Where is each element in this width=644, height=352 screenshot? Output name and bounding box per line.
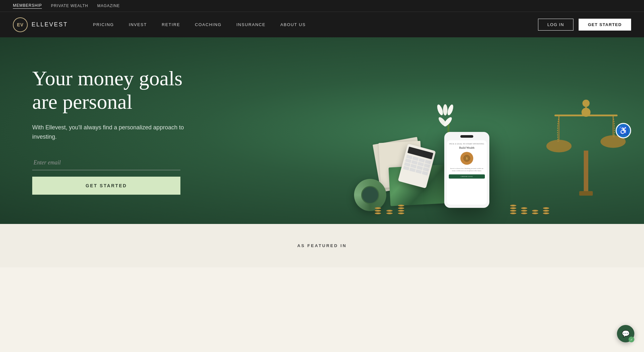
email-input[interactable] xyxy=(32,155,180,170)
svg-point-11 xyxy=(582,100,590,107)
get-started-nav-button[interactable]: GET STARTED xyxy=(579,19,631,31)
accessibility-button[interactable]: ♿ xyxy=(616,123,631,138)
hero-subtitle: With Ellevest, you'll always find a pers… xyxy=(32,123,187,142)
logo[interactable]: EV ELLEVEST xyxy=(13,17,68,32)
brand-name: ELLEVEST xyxy=(32,21,68,28)
phone-pick-goal-label: PICK A GOAL TO START INVESTING xyxy=(449,143,485,145)
logo-circle: EV xyxy=(13,17,28,32)
nav-link-coaching[interactable]: COACHING xyxy=(189,20,227,30)
phone-cta: CHOOSE GOAL xyxy=(449,174,485,179)
hero-get-started-button[interactable]: GET STARTED xyxy=(32,177,180,195)
utility-link-private-wealth[interactable]: PRIVATE WEALTH xyxy=(51,4,88,8)
svg-point-7 xyxy=(546,140,572,152)
decorative-flower-head xyxy=(438,104,453,127)
phone-notch xyxy=(460,135,473,138)
nav-link-pricing[interactable]: PRICING xyxy=(87,20,120,30)
email-input-wrapper xyxy=(32,155,187,170)
accessibility-icon: ♿ xyxy=(619,126,628,135)
hero-section: Your money goals are personal With Ellev… xyxy=(0,37,644,224)
nav-actions: LOG IN GET STARTED xyxy=(538,19,631,31)
hero-content: Your money goals are personal With Ellev… xyxy=(0,41,219,221)
decorative-coins-left xyxy=(373,205,406,214)
utility-bar: MEMBERSHIP PRIVATE WEALTH MAGAZINE xyxy=(0,0,644,12)
featured-section: AS FEATURED IN xyxy=(0,224,644,267)
phone-body-text: Invest to choose how. Building personal … xyxy=(449,167,485,172)
login-button[interactable]: LOG IN xyxy=(538,19,573,31)
nav-link-retire[interactable]: RETIRE xyxy=(156,20,186,30)
utility-link-magazine[interactable]: MAGAZINE xyxy=(97,4,120,8)
utility-link-membership[interactable]: MEMBERSHIP xyxy=(13,3,42,9)
decorative-scales xyxy=(541,69,631,205)
phone-coin-icon: $ xyxy=(460,152,473,165)
nav-links: PRICING INVEST RETIRE COACHING INSURANCE… xyxy=(87,20,538,30)
phone-heading: Build Wealth xyxy=(449,146,485,149)
svg-rect-2 xyxy=(579,191,593,196)
nav-link-insurance[interactable]: INSURANCE xyxy=(231,20,272,30)
phone-screen: PICK A GOAL TO START INVESTING Build Wea… xyxy=(447,140,487,205)
hero-decoration: PICK A GOAL TO START INVESTING Build Wea… xyxy=(290,37,644,224)
svg-text:$: $ xyxy=(466,157,468,160)
phone-mockup: PICK A GOAL TO START INVESTING Build Wea… xyxy=(444,132,489,208)
hero-title: Your money goals are personal xyxy=(32,67,187,114)
decorative-coins-right xyxy=(509,205,551,214)
svg-rect-3 xyxy=(584,151,588,191)
nav-link-invest[interactable]: INVEST xyxy=(123,20,153,30)
featured-title: AS FEATURED IN xyxy=(13,243,631,248)
main-nav: EV ELLEVEST PRICING INVEST RETIRE COACHI… xyxy=(0,12,644,37)
nav-link-about-us[interactable]: ABOUT US xyxy=(274,20,312,30)
